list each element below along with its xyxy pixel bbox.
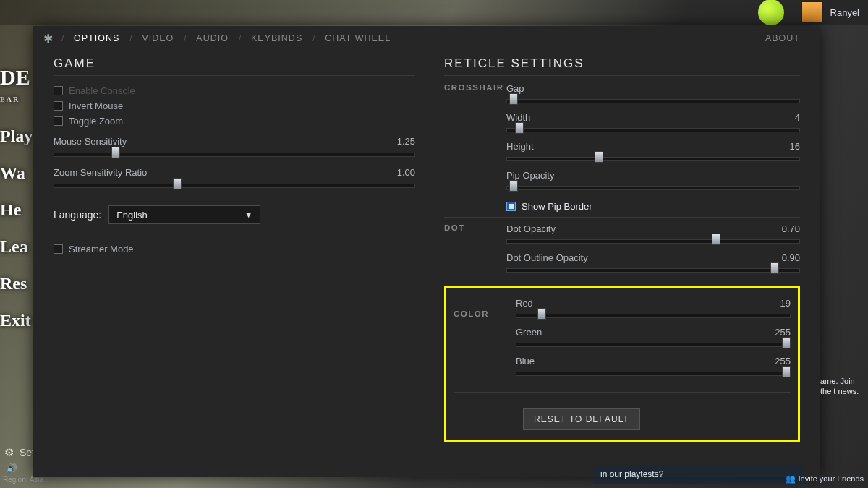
language-dropdown[interactable]: English ▼ bbox=[109, 205, 260, 224]
username-label: Ranyel bbox=[830, 7, 859, 18]
checkbox-invert-mouse[interactable]: Invert Mouse bbox=[54, 98, 415, 114]
checkbox-icon[interactable] bbox=[54, 101, 63, 111]
top-bar: Ranyel bbox=[0, 0, 868, 25]
slider-height[interactable]: Height16 bbox=[506, 141, 800, 164]
settings-tabs: ✱ / OPTIONS / VIDEO / AUDIO / KEYBINDS /… bbox=[33, 26, 820, 51]
checkbox-enable-console[interactable]: Enable Console bbox=[54, 83, 415, 98]
slider-blue[interactable]: Blue255 bbox=[516, 356, 791, 379]
background-left-menu: DE EAR Play Wa He Lea Res Exit G bbox=[0, 65, 35, 330]
subsection-color: COLOR bbox=[454, 309, 516, 318]
tab-about[interactable]: ABOUT bbox=[762, 33, 803, 43]
slider-gap[interactable]: Gap bbox=[506, 83, 800, 106]
section-title-reticle: RETICLE SETTINGS bbox=[444, 56, 800, 76]
chevron-down-icon: ▼ bbox=[244, 210, 252, 219]
checkbox-icon[interactable] bbox=[54, 116, 63, 126]
slider-width[interactable]: Width4 bbox=[506, 112, 800, 135]
slider-green[interactable]: Green255 bbox=[516, 327, 791, 350]
slider-red[interactable]: Red19 bbox=[516, 298, 791, 321]
checkbox-icon[interactable] bbox=[54, 86, 63, 95]
reset-to-default-button[interactable]: RESET TO DEFAULT bbox=[523, 408, 640, 430]
invite-friends-label: 👥 Invite your Friends bbox=[786, 474, 864, 484]
checkbox-toggle-zoom[interactable]: Toggle Zoom bbox=[54, 114, 415, 129]
slider-mouse-sensitivity[interactable]: Mouse Sensitivity 1.25 bbox=[54, 136, 415, 160]
slider-zoom-sensitivity[interactable]: Zoom Sensitivity Ratio 1.00 bbox=[54, 167, 415, 191]
language-label: Language: bbox=[54, 209, 101, 221]
color-highlight-box: COLOR Red19 Green255 Blue255 bbox=[444, 286, 800, 442]
checkbox-icon[interactable] bbox=[54, 244, 63, 254]
reticle-section: RETICLE SETTINGS CROSSHAIR Gap Width4 He… bbox=[444, 56, 800, 442]
playtests-banner: in our playtests? bbox=[593, 465, 803, 484]
tab-chatwheel[interactable]: CHAT WHEEL bbox=[322, 33, 393, 43]
checkbox-show-pip-border[interactable]: Show Pip Border bbox=[506, 199, 800, 214]
avatar[interactable] bbox=[801, 1, 823, 23]
subsection-dot: DOT bbox=[444, 223, 506, 232]
background-text: ame. Join the t news. bbox=[820, 376, 868, 397]
game-section: GAME Enable Console Invert Mouse Toggle … bbox=[54, 56, 415, 442]
slider-pip-opacity[interactable]: Pip Opacity bbox=[506, 170, 800, 193]
section-title-game: GAME bbox=[54, 56, 415, 76]
subsection-crosshair: CROSSHAIR bbox=[444, 83, 506, 92]
tab-video[interactable]: VIDEO bbox=[139, 33, 176, 43]
checkbox-icon[interactable] bbox=[506, 202, 516, 211]
gear-icon: ⚙ bbox=[4, 446, 14, 459]
tab-keybinds[interactable]: KEYBINDS bbox=[248, 33, 305, 43]
gear-icon[interactable]: ✱ bbox=[43, 32, 53, 46]
status-indicator-icon[interactable] bbox=[758, 0, 784, 25]
checkbox-streamer-mode[interactable]: Streamer Mode bbox=[54, 241, 415, 257]
speaker-icon: 🔊 bbox=[6, 463, 17, 474]
slider-dot-outline-opacity[interactable]: Dot Outline Opacity0.90 bbox=[506, 252, 800, 275]
settings-panel: ✱ / OPTIONS / VIDEO / AUDIO / KEYBINDS /… bbox=[33, 26, 820, 477]
tab-options[interactable]: OPTIONS bbox=[71, 33, 122, 43]
slider-dot-opacity[interactable]: Dot Opacity0.70 bbox=[506, 223, 800, 247]
tab-audio[interactable]: AUDIO bbox=[193, 33, 231, 43]
